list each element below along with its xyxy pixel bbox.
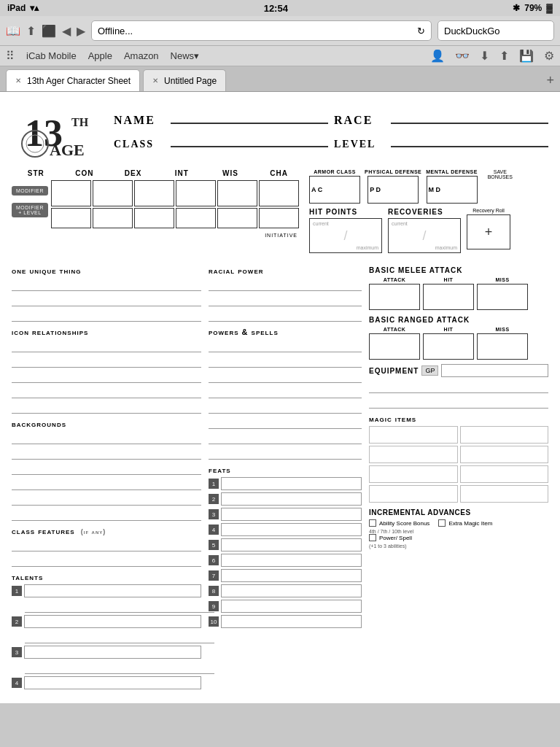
tab-untitled[interactable]: ✕ Untitled Page — [143, 69, 226, 91]
talent-input-4[interactable] — [24, 676, 201, 689]
md-input[interactable]: M D — [427, 176, 478, 204]
ps-line-1[interactable] — [209, 339, 362, 352]
reload-icon[interactable]: ↻ — [417, 26, 425, 36]
cha-score[interactable] — [259, 180, 299, 206]
ps-line-4[interactable] — [209, 385, 362, 398]
bg-line-6[interactable] — [12, 508, 201, 521]
tabs-icon[interactable]: ⬛ — [42, 24, 56, 38]
str-mod[interactable] — [51, 208, 91, 228]
ranged-miss-input[interactable] — [477, 333, 528, 360]
feat-input-2[interactable] — [221, 492, 362, 506]
ps-line-8[interactable] — [209, 446, 362, 460]
melee-attack-input[interactable] — [369, 284, 420, 310]
hp-input[interactable]: current / maximum — [309, 218, 382, 253]
apps-icon[interactable]: ⠿ — [6, 49, 15, 63]
melee-hit-input[interactable] — [423, 284, 474, 310]
racial-line-2[interactable] — [209, 293, 362, 306]
tab2-close[interactable]: ✕ — [152, 77, 158, 85]
upload-icon[interactable]: ⬆ — [499, 49, 509, 63]
talent-input-2[interactable] — [24, 615, 201, 628]
extra-magic-item-checkbox[interactable] — [438, 519, 446, 527]
level-field[interactable] — [391, 133, 548, 147]
talent-sub-2[interactable] — [25, 630, 214, 643]
talent-input-1[interactable] — [24, 584, 201, 597]
magic-item-5[interactable] — [369, 465, 458, 483]
ps-line-7[interactable] — [209, 431, 362, 444]
download-icon[interactable]: ⬇ — [480, 49, 489, 63]
person-icon[interactable]: 👤 — [430, 49, 445, 63]
back-icon[interactable]: ◀ — [62, 24, 71, 38]
name-field[interactable] — [171, 109, 328, 124]
bg-line-2[interactable] — [12, 446, 201, 460]
recoveries-input[interactable]: current / maximum — [388, 218, 461, 253]
unique-line-1[interactable] — [12, 278, 201, 291]
magic-item-7[interactable] — [369, 485, 458, 503]
settings-icon[interactable]: ⚙ — [544, 49, 554, 63]
icon-line-5[interactable] — [12, 400, 201, 414]
power-spell-checkbox[interactable] — [369, 534, 376, 541]
wis-mod[interactable] — [217, 208, 257, 228]
talent-input-3[interactable] — [24, 646, 201, 659]
feat-input-4[interactable] — [221, 523, 362, 536]
magic-item-8[interactable] — [460, 485, 549, 503]
bg-line-4[interactable] — [12, 477, 201, 490]
ranged-hit-input[interactable] — [423, 333, 474, 360]
feat-input-7[interactable] — [221, 569, 362, 582]
forward-icon[interactable]: ▶ — [77, 24, 85, 38]
nav-apple[interactable]: Apple — [88, 50, 112, 61]
racial-line-3[interactable] — [209, 309, 362, 322]
nav-news[interactable]: News▾ — [171, 50, 200, 61]
ps-line-3[interactable] — [209, 370, 362, 383]
search-bar[interactable]: DuckDuckGo — [438, 20, 554, 41]
cf-line-2[interactable] — [12, 554, 201, 567]
con-score[interactable] — [93, 180, 133, 206]
icon-line-1[interactable] — [12, 339, 201, 352]
share-icon[interactable]: ⬆ — [26, 24, 36, 38]
int-mod[interactable] — [176, 208, 216, 228]
magic-item-3[interactable] — [369, 446, 458, 463]
feat-input-6[interactable] — [221, 554, 362, 567]
bg-line-3[interactable] — [12, 462, 201, 475]
icon-line-3[interactable] — [12, 370, 201, 383]
feat-input-9[interactable] — [221, 600, 362, 613]
magic-item-2[interactable] — [460, 426, 549, 444]
str-score[interactable] — [51, 180, 91, 206]
magic-item-6[interactable] — [460, 465, 549, 483]
racial-line-1[interactable] — [209, 278, 362, 291]
equipment-input[interactable] — [441, 364, 548, 377]
tab-character-sheet[interactable]: ✕ 13th Ager Character Sheet — [6, 69, 140, 91]
ps-line-2[interactable] — [209, 355, 362, 368]
class-field[interactable] — [171, 133, 328, 147]
feat-input-3[interactable] — [221, 508, 362, 521]
ability-score-checkbox[interactable] — [369, 519, 376, 527]
wis-score[interactable] — [217, 180, 257, 206]
feat-input-1[interactable] — [221, 477, 362, 490]
dex-score[interactable] — [134, 180, 174, 206]
feat-input-8[interactable] — [221, 584, 362, 597]
feat-input-5[interactable] — [221, 538, 362, 551]
con-mod[interactable] — [93, 208, 133, 228]
tab1-close[interactable]: ✕ — [15, 77, 21, 85]
dex-mod[interactable] — [134, 208, 174, 228]
url-bar[interactable]: Offline... ↻ — [91, 20, 432, 41]
int-score[interactable] — [176, 180, 216, 206]
pd-input[interactable]: P D — [368, 176, 419, 204]
bg-line-5[interactable] — [12, 492, 201, 506]
nav-icab[interactable]: iCab Mobile — [26, 50, 77, 61]
book-icon[interactable]: 📖 — [6, 24, 20, 38]
cha-mod-initiative[interactable] — [259, 208, 299, 228]
new-tab-button[interactable]: + — [546, 74, 554, 87]
feat-input-10[interactable] — [221, 615, 362, 628]
ps-line-5[interactable] — [209, 400, 362, 414]
icon-line-4[interactable] — [12, 385, 201, 398]
unique-line-2[interactable] — [12, 293, 201, 306]
talent-sub-1[interactable] — [25, 600, 214, 613]
ranged-attack-input[interactable] — [369, 333, 420, 360]
nav-amazon[interactable]: Amazon — [124, 50, 159, 61]
race-field[interactable] — [391, 109, 548, 124]
ps-line-6[interactable] — [209, 416, 362, 429]
melee-miss-input[interactable] — [477, 284, 528, 310]
equip-line-2[interactable] — [369, 395, 548, 409]
ac-input[interactable]: A C — [309, 176, 360, 204]
cf-line-1[interactable] — [12, 538, 201, 551]
